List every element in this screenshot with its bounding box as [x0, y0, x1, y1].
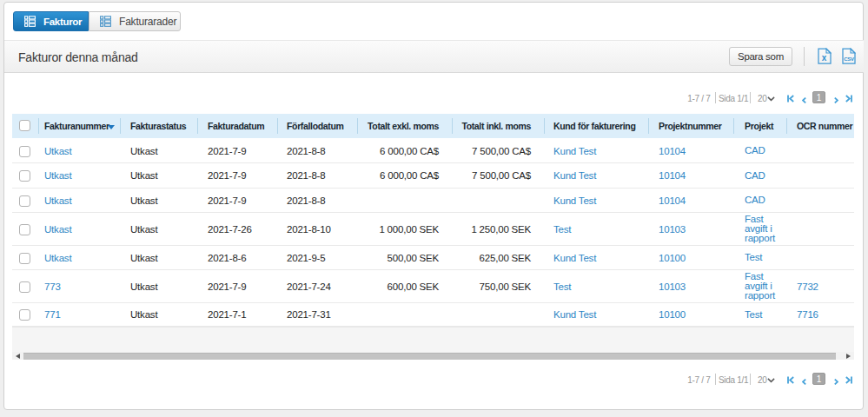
svg-text:CSV: CSV	[844, 56, 854, 62]
svg-text:x: x	[822, 53, 827, 63]
